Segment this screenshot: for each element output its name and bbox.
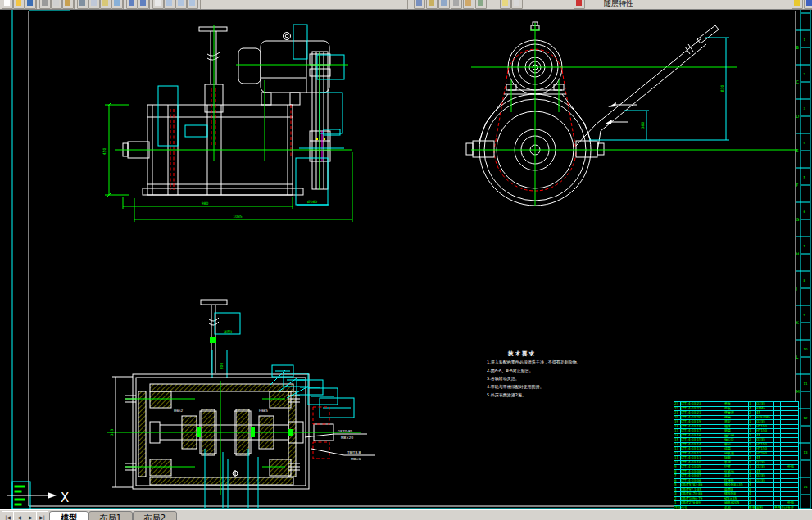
favorites-icon[interactable] — [792, 0, 803, 9]
tech-notes-title: 技术要求 — [508, 350, 630, 358]
sheetset-icon[interactable] — [451, 0, 462, 9]
spell-icon — [65, 0, 70, 6]
plot-icon[interactable] — [39, 0, 51, 9]
drawing-canvas[interactable]: BCDEFGHJKLMNPR1234567891011121314 X — [0, 0, 812, 520]
zone-letter: 14 — [804, 485, 809, 489]
toolbar-separator — [36, 0, 37, 9]
tab-layout1[interactable]: 布局1 — [88, 511, 133, 520]
zone-letter: D — [796, 114, 800, 119]
zone-letter: F — [796, 183, 799, 188]
layer-states-icon — [514, 0, 519, 6]
markup-icon — [465, 0, 471, 6]
color-control-icon — [576, 0, 582, 6]
new-icon — [4, 0, 10, 6]
tab-model[interactable]: 模型 — [49, 511, 88, 520]
save-icon — [27, 0, 33, 6]
toolbar-separator — [787, 0, 787, 9]
preview-icon[interactable] — [51, 0, 62, 9]
zone-letter: E — [796, 148, 799, 153]
zone-letter: G — [796, 217, 800, 222]
zone-letter: 5 — [804, 175, 806, 179]
bolt-callout-2b: M8×6 — [351, 457, 361, 461]
zoom-previous-icon[interactable] — [187, 0, 198, 9]
toolbar-separator — [200, 0, 201, 9]
help-icon — [806, 0, 812, 6]
open-icon[interactable] — [13, 0, 25, 9]
autocad-window: BCDEFGHJKLMNPR1234567891011121314 X — [0, 0, 812, 520]
toolbar-separator — [569, 0, 569, 9]
zoom-realtime-icon[interactable] — [164, 0, 175, 9]
toolbar-separator — [123, 0, 124, 9]
cut-icon[interactable] — [77, 0, 88, 9]
undo-icon — [129, 0, 134, 6]
tab-layout2[interactable]: 布局2 — [133, 511, 177, 520]
zone-letter: 10 — [804, 347, 809, 351]
tech-notes: 技术要求 1.进入装配的零件必须清洗干净，不得有毛刺杂物。 2.面A-A、B-A… — [487, 350, 630, 399]
layer-states-icon[interactable] — [511, 0, 523, 9]
toolbar-separator — [492, 0, 492, 9]
layout-tabbar: |◀ ◀ ▶ ▶| 模型 布局1 布局2 — [0, 509, 812, 520]
zone-letter: 3 — [804, 106, 806, 111]
copy-icon — [91, 0, 97, 6]
zone-letter: C — [796, 79, 800, 84]
plot-icon — [42, 0, 48, 6]
layer-properties-icon[interactable] — [500, 0, 511, 9]
tech-note-line: 4.带轮与带槽须配对使用防滑。 — [487, 382, 630, 391]
markup-icon[interactable] — [463, 0, 474, 9]
tab-nav-prev[interactable]: ◀ — [13, 511, 25, 520]
paste-icon[interactable] — [100, 0, 111, 9]
zone-letter: B — [796, 45, 800, 50]
help-icon[interactable] — [804, 0, 812, 9]
zone-letter: 1 — [804, 38, 806, 42]
designcenter-icon — [429, 0, 434, 6]
spell-icon[interactable] — [62, 0, 74, 9]
tab-nav-first[interactable]: |◀ — [2, 511, 14, 520]
tab-nav-next[interactable]: ▶ — [25, 511, 37, 520]
zone-letter: L — [796, 355, 799, 359]
zone-letter: 11 — [804, 382, 809, 386]
zone-letter: 12 — [804, 416, 809, 420]
zone-letter: 4 — [804, 141, 806, 145]
sheetset-icon — [453, 0, 459, 6]
favorites-icon — [794, 0, 800, 6]
tech-note-line: 1.进入装配的零件必须清洗干净，不得有毛刺杂物。 — [487, 358, 630, 366]
zone-letter: 7 — [804, 244, 806, 248]
toolpalette-icon[interactable] — [438, 0, 450, 9]
tech-note-line: 3.各轴转动灵活。 — [487, 374, 630, 382]
zone-letter: H — [796, 251, 800, 256]
match-properties-icon[interactable] — [111, 0, 123, 9]
zone-letter: 2 — [804, 72, 806, 76]
tab-nav-last[interactable]: ▶| — [36, 511, 48, 520]
properties-icon[interactable] — [414, 0, 425, 9]
save-icon[interactable] — [25, 0, 36, 9]
ucs-icon: X — [7, 491, 69, 505]
new-icon[interactable] — [2, 0, 13, 9]
block-editor-icon[interactable] — [475, 0, 487, 9]
redo-icon[interactable] — [138, 0, 149, 9]
pan-icon[interactable] — [152, 0, 164, 9]
zone-letter: 13 — [804, 450, 809, 454]
redo-icon — [140, 0, 146, 6]
dim-side-height: 450 — [102, 148, 107, 156]
copy-icon[interactable] — [88, 0, 100, 9]
designcenter-icon[interactable] — [426, 0, 438, 9]
fit-callout-1: H6h2 — [174, 409, 183, 413]
toolbar-separator — [74, 0, 75, 9]
color-control-icon[interactable] — [574, 0, 585, 9]
tech-note-line: 2.面A-A、B-A对正贴合。 — [487, 366, 630, 374]
paste-icon — [102, 0, 108, 6]
zone-letter: M — [796, 389, 800, 394]
zone-letter: 6 — [804, 210, 806, 214]
undo-icon[interactable] — [126, 0, 138, 9]
bolt-callout-2a: TB/T8.8 — [347, 450, 361, 454]
zoom-window-icon[interactable] — [175, 0, 187, 9]
view-front: 830 380 — [466, 22, 797, 206]
tech-note-line: 5.外露表面涂漆2遍。 — [487, 391, 630, 399]
properties-icon — [416, 0, 422, 6]
toolbar-separator — [149, 0, 150, 9]
bolt-callout-1a: GB70-85 — [338, 429, 353, 433]
zoom-previous-icon — [189, 0, 195, 6]
view-section: 详图Ⅰ 200 — [107, 300, 375, 508]
zone-letter: 9 — [804, 313, 806, 317]
layer-style-dropdown[interactable]: 随层特性 — [604, 0, 633, 9]
